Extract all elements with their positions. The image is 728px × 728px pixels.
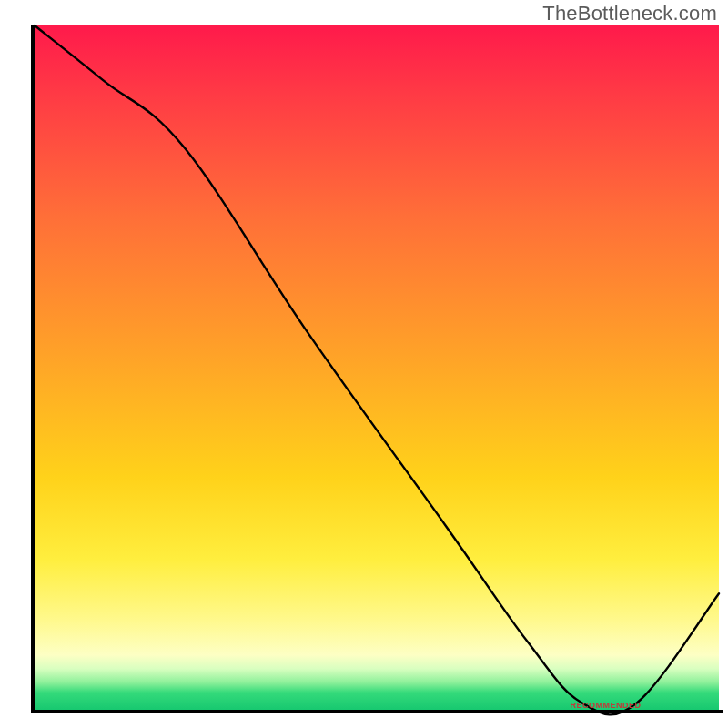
curve-path [35, 25, 719, 714]
recommended-label: RECOMMENDED [570, 701, 641, 710]
bottleneck-curve [35, 25, 719, 710]
chart-container: TheBottleneck.com RECOMMENDED [0, 0, 728, 728]
watermark-text: TheBottleneck.com [542, 2, 717, 25]
